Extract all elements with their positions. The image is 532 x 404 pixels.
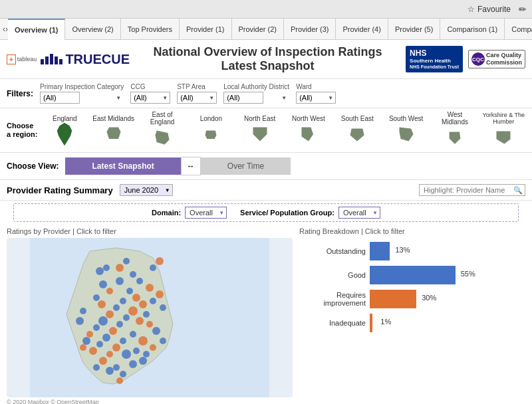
svg-point-43 [160, 304, 166, 311]
svg-point-40 [98, 300, 106, 308]
region-south-east[interactable]: South East [336, 115, 379, 146]
view-arrow-icon: ↔ [181, 157, 201, 175]
choose-view-label: Choose View: [7, 161, 59, 171]
svg-point-25 [96, 341, 103, 348]
requires-value: 30% [422, 294, 436, 302]
bar-row-requires[interactable]: Requires improvement 30% [299, 290, 525, 308]
svg-point-47 [116, 264, 124, 272]
svg-point-7 [123, 314, 130, 321]
region-london-map [199, 122, 223, 146]
region-east-england[interactable]: East of England [140, 111, 184, 150]
over-time-button[interactable]: Over Time [201, 157, 291, 175]
svg-point-34 [116, 277, 124, 285]
region-east-midlands[interactable]: East Midlands [92, 115, 135, 146]
svg-point-4 [139, 300, 147, 308]
svg-point-44 [150, 264, 156, 271]
svg-point-55 [106, 367, 114, 375]
svg-point-5 [113, 304, 120, 311]
inadequate-bar-container: 1% [370, 314, 525, 332]
ward-select-wrapper: (All) [296, 92, 336, 104]
svg-point-56 [116, 377, 123, 384]
region-north-west-label: North West [292, 115, 325, 122]
bar-row-good[interactable]: Good 55% [299, 266, 525, 284]
page-header: + tableau TRUECUE National Overview of I… [0, 40, 532, 79]
region-north-east-map [248, 122, 272, 146]
local-auth-select-wrapper: (All) [223, 92, 289, 104]
svg-point-32 [146, 284, 154, 292]
tab-top-providers[interactable]: Top Providers [121, 19, 180, 40]
region-yorkshire[interactable]: Yorkshire & The Humber [482, 112, 525, 149]
requires-bar-container: 30% [370, 290, 525, 308]
svg-point-49 [96, 267, 104, 275]
primary-cat-select-wrapper: (All) [40, 92, 124, 104]
stp-select[interactable]: (All) [177, 92, 217, 104]
tab-provider-4[interactable]: Provider (4) [336, 19, 388, 40]
region-east-midlands-map [102, 122, 126, 146]
tab-provider-3[interactable]: Provider (3) [284, 19, 336, 40]
outstanding-bar-container: 13% [370, 242, 525, 260]
service-select[interactable]: Overall [338, 207, 380, 219]
primary-cat-select[interactable]: (All) [40, 92, 80, 104]
partner-logos: NHS Southern Health NHS Foundation Trust… [406, 46, 525, 72]
ward-label: Ward [296, 83, 336, 90]
region-east-midlands-label: East Midlands [92, 115, 134, 122]
bar-chart: Outstanding 13% Good 55% [299, 239, 525, 332]
svg-point-58 [139, 357, 147, 365]
ward-select[interactable]: (All) [296, 92, 336, 104]
chart-section: Rating Breakdown | Click to filter Outst… [299, 227, 525, 401]
svg-point-3 [120, 298, 126, 304]
date-select-wrapper: June 2020 [120, 184, 173, 196]
tab-comparison-2[interactable]: Comparison (2) [505, 19, 532, 40]
svg-point-28 [106, 351, 113, 357]
region-south-east-map [345, 122, 369, 146]
tab-comparison-1[interactable]: Comparison (1) [440, 19, 505, 40]
svg-point-51 [129, 360, 137, 368]
region-west-midlands[interactable]: West Midlands [433, 111, 476, 150]
map-container[interactable] [7, 238, 293, 397]
svg-point-10 [106, 310, 114, 318]
edit-button[interactable]: ✏ [519, 4, 527, 15]
region-south-west[interactable]: South West [384, 115, 428, 146]
region-london[interactable]: London [190, 115, 233, 146]
ccg-label: CCG [130, 83, 170, 90]
region-north-west[interactable]: North West [287, 115, 330, 146]
favourite-button[interactable]: ☆ Favourite [467, 5, 511, 14]
region-england[interactable]: England [43, 115, 86, 146]
svg-point-41 [80, 308, 86, 314]
date-select[interactable]: June 2020 [120, 184, 173, 196]
bar-row-outstanding[interactable]: Outstanding 13% [299, 242, 525, 260]
nhs-text: NHS [410, 49, 459, 58]
local-auth-select[interactable]: (All) [223, 92, 263, 104]
tab-provider-5[interactable]: Provider (5) [388, 19, 440, 40]
stp-label: STP Area [177, 83, 217, 90]
svg-point-45 [156, 257, 164, 265]
bar-row-inadequate[interactable]: Inadequate 1% [299, 314, 525, 332]
star-icon: ☆ [467, 5, 475, 14]
map-title[interactable]: Ratings by Provider | Click to filter [7, 227, 293, 235]
domain-select[interactable]: Overall [185, 207, 227, 219]
svg-point-14 [93, 324, 100, 331]
domain-row: Domain: Overall Service/ Population Grou… [13, 203, 519, 222]
tab-provider-1[interactable]: Provider (1) [180, 19, 231, 40]
svg-point-50 [80, 344, 86, 351]
highlight-input[interactable] [419, 184, 525, 196]
latest-snapshot-button[interactable]: Latest Snapshot [65, 157, 180, 175]
tab-provider-2[interactable]: Provider (2) [232, 19, 284, 40]
svg-point-38 [156, 290, 164, 298]
region-east-england-map [150, 126, 174, 150]
region-north-east[interactable]: North East [238, 115, 281, 146]
favourite-label: Favourite [477, 5, 511, 14]
good-bar [370, 266, 456, 284]
svg-point-27 [122, 350, 131, 359]
england-map-svg [7, 238, 293, 397]
svg-point-36 [99, 280, 107, 288]
ccg-select[interactable]: (All) [130, 92, 170, 104]
tableau-plus-icon: + [7, 54, 16, 64]
chart-title[interactable]: Rating Breakdown | Click to filter [299, 227, 525, 235]
svg-point-15 [152, 327, 160, 335]
pencil-icon: ✏ [519, 4, 527, 15]
svg-point-48 [103, 264, 110, 271]
tab-overview-1[interactable]: Overview (1) [8, 19, 65, 40]
svg-point-20 [102, 334, 110, 342]
tab-overview-2[interactable]: Overview (2) [65, 19, 120, 40]
